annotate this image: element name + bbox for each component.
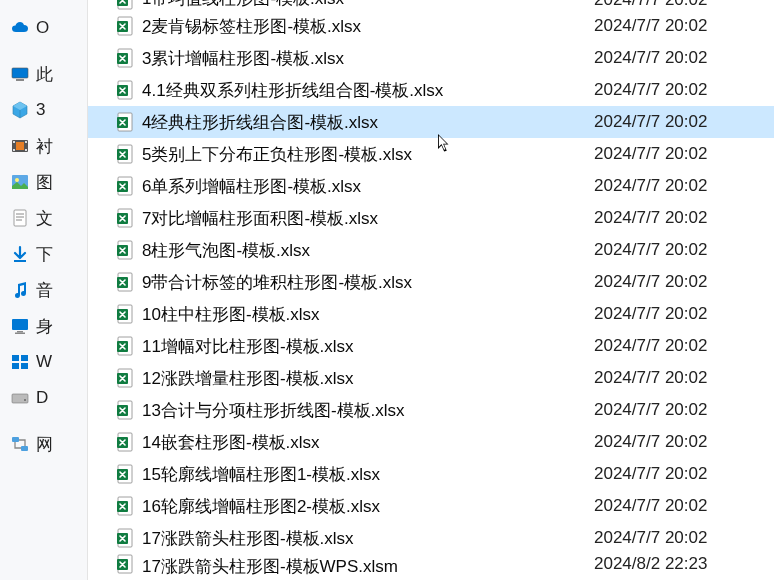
file-date: 2024/7/7 20:02 bbox=[594, 304, 774, 324]
sidebar-item-download[interactable]: 下 bbox=[10, 236, 83, 272]
file-row[interactable]: 13合计与分项柱形折线图-模板.xlsx2024/7/7 20:02 bbox=[88, 394, 774, 426]
sidebar-item-windows[interactable]: W bbox=[10, 344, 83, 380]
file-row[interactable]: 4经典柱形折线组合图-模板.xlsx2024/7/7 20:02 bbox=[88, 106, 774, 138]
windows-icon bbox=[10, 352, 30, 372]
excel-file-icon bbox=[116, 176, 136, 196]
drive-icon bbox=[10, 388, 30, 408]
video-icon bbox=[10, 136, 30, 156]
file-name: 9带合计标签的堆积柱形图-模板.xlsx bbox=[142, 270, 594, 294]
excel-file-icon bbox=[116, 16, 136, 36]
sidebar-item-onedrive[interactable]: O bbox=[10, 10, 83, 46]
file-row[interactable]: 17涨跌箭头柱形图-模板.xlsx2024/7/7 20:02 bbox=[88, 522, 774, 554]
file-row[interactable]: 12涨跌增量柱形图-模板.xlsx2024/7/7 20:02 bbox=[88, 362, 774, 394]
excel-file-icon bbox=[116, 0, 136, 10]
document-icon bbox=[10, 208, 30, 228]
file-name: 4.1经典双系列柱形折线组合图-模板.xlsx bbox=[142, 78, 594, 102]
file-name: 1带均值线柱形图-模板.xlsx bbox=[142, 0, 594, 10]
download-icon bbox=[10, 244, 30, 264]
file-name: 8柱形气泡图-模板.xlsx bbox=[142, 238, 594, 262]
file-name: 14嵌套柱形图-模板.xlsx bbox=[142, 430, 594, 454]
music-icon bbox=[10, 280, 30, 300]
excel-file-icon bbox=[116, 80, 136, 100]
sidebar-item-drive[interactable]: D bbox=[10, 380, 83, 416]
file-name: 4经典柱形折线组合图-模板.xlsx bbox=[142, 110, 594, 134]
file-row[interactable]: 2麦肯锡标签柱形图-模板.xlsx2024/7/7 20:02 bbox=[88, 10, 774, 42]
excel-file-icon bbox=[116, 240, 136, 260]
file-name: 11增幅对比柱形图-模板.xlsx bbox=[142, 334, 594, 358]
sidebar-item-box3d[interactable]: 3 bbox=[10, 92, 83, 128]
pc-icon bbox=[10, 64, 30, 84]
excel-file-icon bbox=[116, 112, 136, 132]
sidebar-item-label: 3 bbox=[36, 100, 45, 120]
file-date: 2024/7/7 20:02 bbox=[594, 112, 774, 132]
sidebar-item-label: 下 bbox=[36, 243, 53, 266]
excel-file-icon bbox=[116, 400, 136, 420]
sidebar-item-video[interactable]: 衬 bbox=[10, 128, 83, 164]
excel-file-icon bbox=[116, 464, 136, 484]
file-name: 3累计增幅柱形图-模板.xlsx bbox=[142, 46, 594, 70]
file-row[interactable]: 8柱形气泡图-模板.xlsx2024/7/7 20:02 bbox=[88, 234, 774, 266]
onedrive-icon bbox=[10, 18, 30, 38]
sidebar-item-label: 身 bbox=[36, 315, 53, 338]
network-icon bbox=[10, 434, 30, 454]
excel-file-icon bbox=[116, 554, 136, 574]
sidebar-item-label: O bbox=[36, 18, 49, 38]
sidebar-item-label: 文 bbox=[36, 207, 53, 230]
excel-file-icon bbox=[116, 272, 136, 292]
excel-file-icon bbox=[116, 48, 136, 68]
file-row[interactable]: 15轮廓线增幅柱形图1-模板.xlsx2024/7/7 20:02 bbox=[88, 458, 774, 490]
excel-file-icon bbox=[116, 368, 136, 388]
file-row[interactable]: 11增幅对比柱形图-模板.xlsx2024/7/7 20:02 bbox=[88, 330, 774, 362]
file-name: 5类别上下分布正负柱形图-模板.xlsx bbox=[142, 142, 594, 166]
file-date: 2024/7/7 20:02 bbox=[594, 336, 774, 356]
file-date: 2024/7/7 20:02 bbox=[594, 528, 774, 548]
file-date: 2024/7/7 20:02 bbox=[594, 0, 774, 10]
sidebar-item-picture[interactable]: 图 bbox=[10, 164, 83, 200]
file-row[interactable]: 7对比增幅柱形面积图-模板.xlsx2024/7/7 20:02 bbox=[88, 202, 774, 234]
sidebar-item-music[interactable]: 音 bbox=[10, 272, 83, 308]
file-date: 2024/7/7 20:02 bbox=[594, 400, 774, 420]
sidebar-item-label: 图 bbox=[36, 171, 53, 194]
file-row[interactable]: 10柱中柱形图-模板.xlsx2024/7/7 20:02 bbox=[88, 298, 774, 330]
sidebar-item-label: W bbox=[36, 352, 52, 372]
sidebar-item-label: D bbox=[36, 388, 48, 408]
sidebar-item-pc[interactable]: 此 bbox=[10, 56, 83, 92]
file-row[interactable]: 9带合计标签的堆积柱形图-模板.xlsx2024/7/7 20:02 bbox=[88, 266, 774, 298]
file-name: 12涨跌增量柱形图-模板.xlsx bbox=[142, 366, 594, 390]
sidebar-item-document[interactable]: 文 bbox=[10, 200, 83, 236]
picture-icon bbox=[10, 172, 30, 192]
file-row[interactable]: 1带均值线柱形图-模板.xlsx2024/7/7 20:02 bbox=[88, 0, 774, 10]
sidebar-item-label: 此 bbox=[36, 63, 53, 86]
file-name: 10柱中柱形图-模板.xlsx bbox=[142, 302, 594, 326]
file-name: 16轮廓线增幅柱形图2-模板.xlsx bbox=[142, 494, 594, 518]
file-date: 2024/7/7 20:02 bbox=[594, 432, 774, 452]
file-name: 6单系列增幅柱形图-模板.xlsx bbox=[142, 174, 594, 198]
sidebar-item-desktop[interactable]: 身 bbox=[10, 308, 83, 344]
file-name: 7对比增幅柱形面积图-模板.xlsx bbox=[142, 206, 594, 230]
file-row[interactable]: 16轮廓线增幅柱形图2-模板.xlsx2024/7/7 20:02 bbox=[88, 490, 774, 522]
excel-file-icon bbox=[116, 208, 136, 228]
file-row[interactable]: 14嵌套柱形图-模板.xlsx2024/7/7 20:02 bbox=[88, 426, 774, 458]
excel-file-icon bbox=[116, 336, 136, 356]
file-date: 2024/8/2 22:23 bbox=[594, 554, 774, 574]
excel-file-icon bbox=[116, 496, 136, 516]
file-row[interactable]: 5类别上下分布正负柱形图-模板.xlsx2024/7/7 20:02 bbox=[88, 138, 774, 170]
file-row[interactable]: 6单系列增幅柱形图-模板.xlsx2024/7/7 20:02 bbox=[88, 170, 774, 202]
file-name: 17涨跌箭头柱形图-模板.xlsx bbox=[142, 526, 594, 550]
file-date: 2024/7/7 20:02 bbox=[594, 16, 774, 36]
file-date: 2024/7/7 20:02 bbox=[594, 272, 774, 292]
file-list-pane: 1带均值线柱形图-模板.xlsx2024/7/7 20:022麦肯锡标签柱形图-… bbox=[88, 0, 774, 580]
file-date: 2024/7/7 20:02 bbox=[594, 144, 774, 164]
file-date: 2024/7/7 20:02 bbox=[594, 208, 774, 228]
file-row[interactable]: 3累计增幅柱形图-模板.xlsx2024/7/7 20:02 bbox=[88, 42, 774, 74]
file-row[interactable]: 17涨跌箭头柱形图-模板WPS.xlsm2024/8/2 22:23 bbox=[88, 554, 774, 580]
file-name: 15轮廓线增幅柱形图1-模板.xlsx bbox=[142, 462, 594, 486]
sidebar-item-network[interactable]: 网 bbox=[10, 426, 83, 462]
file-name: 2麦肯锡标签柱形图-模板.xlsx bbox=[142, 14, 594, 38]
box3d-icon bbox=[10, 100, 30, 120]
file-row[interactable]: 4.1经典双系列柱形折线组合图-模板.xlsx2024/7/7 20:02 bbox=[88, 74, 774, 106]
desktop-icon bbox=[10, 316, 30, 336]
excel-file-icon bbox=[116, 304, 136, 324]
navigation-sidebar: O此3衬图文下音身WD网 bbox=[0, 0, 88, 580]
sidebar-item-label: 音 bbox=[36, 279, 53, 302]
